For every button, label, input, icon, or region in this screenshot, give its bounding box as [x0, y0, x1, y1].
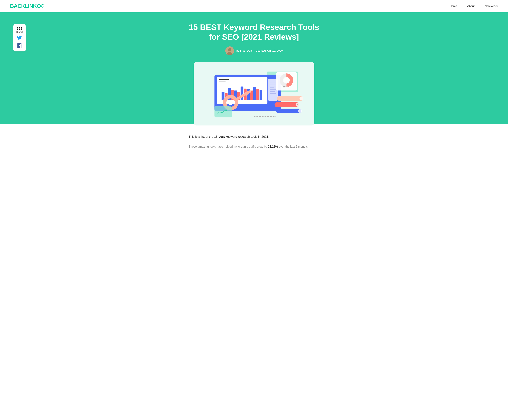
- percentage-bold: 21.22%: [268, 145, 278, 148]
- logo-text: BACKLINKO: [10, 3, 41, 9]
- site-header: BACKLINKO Home About Newsletter: [0, 0, 508, 12]
- svg-text:×: ×: [299, 110, 300, 112]
- main-content: This is a list of the 15 best keyword re…: [179, 124, 329, 156]
- site-logo[interactable]: BACKLINKO: [10, 3, 44, 9]
- logo-circle-icon: [41, 4, 44, 7]
- share-widget: 659 shares: [13, 24, 26, 51]
- svg-rect-26: [270, 82, 276, 82]
- svg-rect-21: [256, 89, 259, 100]
- svg-rect-30: [270, 89, 276, 90]
- hero-section: 659 shares 15 BEST Keyword Research Tool…: [0, 12, 508, 124]
- facebook-share-button[interactable]: [17, 43, 22, 49]
- author-text: by Brian Dean · Updated Jan. 10, 2020: [236, 49, 283, 52]
- twitter-share-button[interactable]: [17, 35, 22, 41]
- svg-rect-14: [253, 87, 256, 100]
- svg-rect-27: [270, 84, 275, 84]
- svg-rect-49: [275, 102, 299, 107]
- svg-rect-15: [260, 90, 262, 100]
- intro-paragraph: This is a list of the 15 best keyword re…: [189, 134, 319, 139]
- author-row: by Brian Dean · Updated Jan. 10, 2020: [225, 46, 283, 55]
- svg-rect-37: [283, 87, 286, 87]
- nav-newsletter[interactable]: Newsletter: [485, 5, 498, 8]
- author-avatar: [225, 46, 234, 55]
- hero-image: × × ×: [194, 62, 314, 125]
- hero-illustration: × × ×: [199, 67, 309, 120]
- svg-point-36: [284, 78, 289, 83]
- share-number: 659: [16, 27, 23, 31]
- svg-rect-31: [270, 91, 275, 92]
- svg-text:×: ×: [300, 97, 302, 100]
- svg-rect-38: [286, 87, 288, 87]
- nav-about[interactable]: About: [467, 5, 475, 8]
- svg-rect-46: [277, 96, 303, 101]
- svg-rect-32: [270, 93, 276, 94]
- share-label: shares: [16, 31, 23, 33]
- svg-rect-23: [219, 79, 229, 80]
- svg-rect-29: [270, 87, 275, 88]
- svg-rect-24: [219, 81, 226, 82]
- intro-bold: best: [218, 135, 225, 138]
- secondary-paragraph: These amazing tools have helped my organ…: [189, 144, 319, 149]
- nav-home[interactable]: Home: [450, 5, 457, 8]
- hero-title: 15 BEST Keyword Research Tools for SEO […: [189, 22, 319, 42]
- svg-text:×: ×: [297, 103, 298, 106]
- main-nav: Home About Newsletter: [450, 5, 498, 8]
- svg-rect-28: [270, 86, 276, 86]
- share-count: 659 shares: [16, 27, 23, 33]
- svg-rect-52: [276, 109, 301, 113]
- hero-inner: 659 shares 15 BEST Keyword Research Tool…: [10, 22, 498, 124]
- svg-point-1: [228, 48, 231, 51]
